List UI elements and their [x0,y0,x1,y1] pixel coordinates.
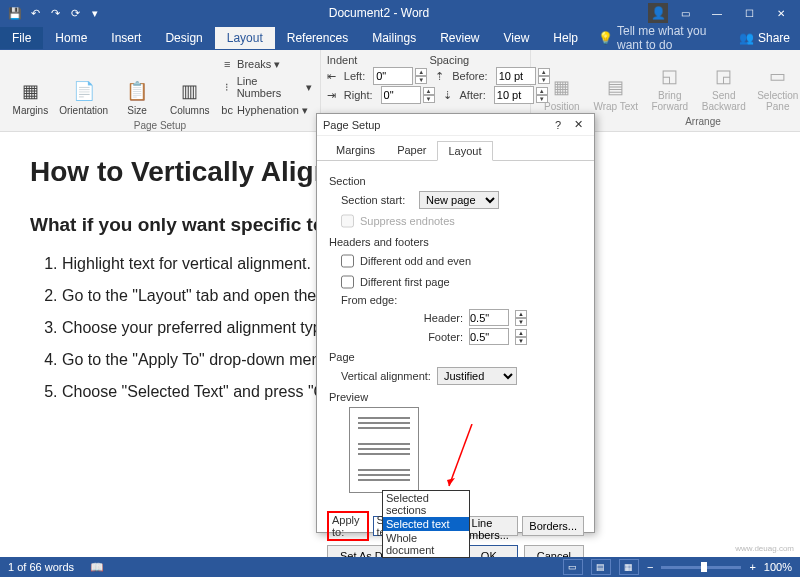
size-button[interactable]: 📋Size [113,54,162,118]
indent-right-label: Right: [344,89,373,101]
wrap-text-button: ▤Wrap Text [591,54,641,114]
group-label-page-setup: Page Setup [6,120,314,131]
orientation-button[interactable]: 📄Orientation [59,54,109,118]
position-icon: ▦ [550,75,574,99]
tab-help[interactable]: Help [541,27,590,49]
header-input[interactable] [469,309,509,326]
tab-layout[interactable]: Layout [215,27,275,49]
orientation-icon: 📄 [72,79,96,103]
spin-up[interactable]: ▲ [415,68,427,76]
tab-mailings[interactable]: Mailings [360,27,428,49]
dialog-help-button[interactable]: ? [548,119,568,131]
hyphenation-icon: bc [220,103,234,117]
word-count[interactable]: 1 of 66 words [8,561,74,573]
spin-down[interactable]: ▼ [515,337,527,345]
breaks-button[interactable]: ≡Breaks▾ [218,56,314,72]
hf-header: Headers and footers [329,236,582,248]
zoom-out-button[interactable]: − [647,561,653,573]
redo-icon[interactable]: ↷ [46,4,64,22]
line-numbers-button[interactable]: ⁝Line Numbers▾ [218,74,314,100]
read-mode-button[interactable]: ▭ [563,559,583,575]
send-label: Send Backward [701,90,747,112]
zoom-in-button[interactable]: + [749,561,755,573]
tab-home[interactable]: Home [43,27,99,49]
tab-design[interactable]: Design [153,27,214,49]
dialog-close-button[interactable]: ✕ [568,118,588,131]
hyphenation-button[interactable]: bcHyphenation▾ [218,102,314,118]
first-page-checkbox[interactable] [341,273,354,291]
margins-label: Margins [13,105,49,116]
spin-up[interactable]: ▲ [515,329,527,337]
page-header: Page [329,351,582,363]
position-label: Position [544,101,580,112]
save-icon[interactable]: 💾 [6,4,24,22]
columns-button[interactable]: ▥Columns [165,54,214,118]
minimize-button[interactable]: — [702,3,732,23]
customize-qat-icon[interactable]: ▾ [86,4,104,22]
share-button[interactable]: 👥Share [729,27,800,49]
line-numbers-icon: ⁝ [220,80,234,94]
margins-button[interactable]: ▦Margins [6,54,55,118]
titlebar: 💾 ↶ ↷ ⟳ ▾ Document2 - Word 👤 ▭ — ☐ ✕ [0,0,800,26]
spin-up[interactable]: ▲ [423,87,435,95]
from-edge-label: From edge: [341,294,413,306]
section-start-select[interactable]: New page [419,191,499,209]
spacing-after-icon: ⇣ [443,89,452,102]
tab-insert[interactable]: Insert [99,27,153,49]
print-layout-button[interactable]: ▤ [591,559,611,575]
spin-up[interactable]: ▲ [515,310,527,318]
spin-down[interactable]: ▼ [515,318,527,326]
indent-left-icon: ⇤ [327,70,336,83]
apply-option-selected-text[interactable]: Selected text [383,517,469,531]
maximize-button[interactable]: ☐ [734,3,764,23]
spin-down[interactable]: ▼ [423,95,435,103]
page-setup-dialog: Page Setup ? ✕ Margins Paper Layout Sect… [316,113,595,533]
web-layout-button[interactable]: ▦ [619,559,639,575]
vertical-alignment-select[interactable]: Justified [437,367,517,385]
before-label: Before: [452,70,487,82]
close-button[interactable]: ✕ [766,3,796,23]
apply-option-sections[interactable]: Selected sections [383,491,469,517]
ribbon-options-icon[interactable]: ▭ [670,3,700,23]
bring-forward-button: ◱Bring Forward [645,54,695,114]
tab-references[interactable]: References [275,27,360,49]
tell-me-search[interactable]: 💡Tell me what you want to do [590,24,729,52]
preview-header: Preview [329,391,582,403]
tab-review[interactable]: Review [428,27,491,49]
tab-file[interactable]: File [0,27,43,49]
dialog-tab-layout[interactable]: Layout [437,141,492,161]
header-label: Header: [419,312,463,324]
dialog-tabs: Margins Paper Layout [317,136,594,161]
refresh-icon[interactable]: ⟳ [66,4,84,22]
indent-left-input[interactable] [373,67,413,85]
send-icon: ◲ [712,64,736,88]
apply-option-whole-document[interactable]: Whole document [383,531,469,557]
spin-down[interactable]: ▼ [415,76,427,84]
spellcheck-icon[interactable]: 📖 [90,561,104,574]
tab-view[interactable]: View [492,27,542,49]
indent-right-input[interactable] [381,86,421,104]
indent-header: Indent [327,54,358,66]
section-header: Section [329,175,582,187]
odd-even-checkbox[interactable] [341,252,354,270]
zoom-slider[interactable] [661,566,741,569]
undo-icon[interactable]: ↶ [26,4,44,22]
footer-input[interactable] [469,328,509,345]
dialog-titlebar[interactable]: Page Setup ? ✕ [317,114,594,136]
dialog-tab-paper[interactable]: Paper [386,140,437,160]
dialog-body: Section Section start: New page Suppress… [317,161,594,505]
borders-button[interactable]: Borders... [522,516,584,536]
watermark: www.deuag.com [735,544,794,553]
spacing-after-input[interactable] [494,86,534,104]
suppress-endnotes-checkbox [341,212,354,230]
position-button: ▦Position [537,54,587,114]
zoom-level[interactable]: 100% [764,561,792,573]
user-avatar[interactable]: 👤 [648,3,668,23]
window-title: Document2 - Word [110,6,648,20]
first-page-label: Different first page [360,276,450,288]
spacing-before-input[interactable] [496,67,536,85]
bring-label: Bring Forward [647,90,693,112]
dialog-tab-margins[interactable]: Margins [325,140,386,160]
breaks-label: Breaks [237,58,271,70]
selection-pane-button[interactable]: ▭Selection Pane [753,54,800,114]
